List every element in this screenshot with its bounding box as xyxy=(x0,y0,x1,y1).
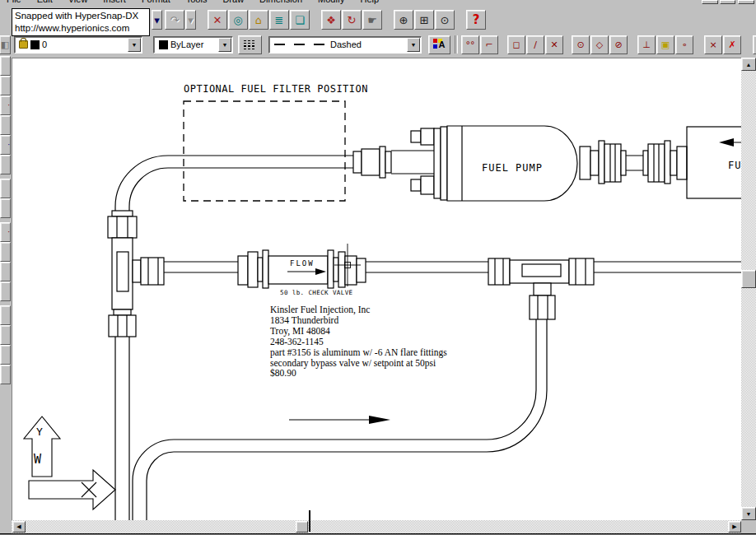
distance-icon: ≣ xyxy=(275,15,284,26)
aerial-view-icon: ❏ xyxy=(295,15,305,26)
menu-bar: FileEditViewInsertFormatToolsDrawDimensi… xyxy=(0,0,756,7)
osnap-settings-button[interactable]: ∩ xyxy=(753,35,756,54)
menu-item-help[interactable]: Help xyxy=(360,0,379,4)
draw-toolbar-cropped: ··· xyxy=(0,56,12,384)
toolbar-separator xyxy=(455,35,458,54)
zoom-realtime-button[interactable]: ⊕ xyxy=(394,10,413,30)
left-tool-14-button[interactable] xyxy=(0,325,11,345)
rotate-view-icon: ↻ xyxy=(348,15,357,26)
arrow-right-icon: ▶ xyxy=(732,523,736,530)
close-button[interactable] xyxy=(738,0,754,4)
left-tool-10-button[interactable] xyxy=(0,242,11,262)
maximize-button[interactable] xyxy=(720,0,735,4)
make-layer-current-button[interactable]: ◧ xyxy=(0,35,11,54)
pan-button[interactable]: ❖ xyxy=(321,10,341,30)
menu-item-format[interactable]: Format xyxy=(142,0,170,4)
scroll-down-button[interactable]: ▼ xyxy=(741,507,756,520)
zoom-previous-button[interactable]: ⊙ xyxy=(435,10,455,30)
left-tool-9-button[interactable]: · xyxy=(0,222,11,242)
distance-button[interactable]: ≣ xyxy=(269,10,289,30)
menu-item-edit[interactable]: Edit xyxy=(37,0,53,4)
menu-item-modify[interactable]: Modify xyxy=(318,0,344,4)
aerial-view-button[interactable]: ❏ xyxy=(290,10,310,30)
menu-item-dimension[interactable]: Dimension xyxy=(259,0,302,4)
snap-none-button[interactable]: ✗ xyxy=(723,35,741,54)
vertical-scroll-thumb[interactable] xyxy=(741,270,756,288)
undo-dropdown-button[interactable]: ▾ xyxy=(152,10,162,30)
chevron-down-icon: ▼ xyxy=(132,42,138,48)
snap-none-icon: ✗ xyxy=(728,40,735,49)
left-tool-8-button[interactable] xyxy=(0,198,11,218)
left-tool-5-button[interactable]: · xyxy=(0,135,11,155)
color-combo[interactable]: ByLayer ▼ xyxy=(153,36,233,54)
check-valve xyxy=(238,250,366,288)
linetype-button[interactable] xyxy=(238,35,262,54)
redo-dropdown-button[interactable]: ▾ xyxy=(185,10,196,30)
linetype-combo-dropdown[interactable]: ▼ xyxy=(407,38,420,52)
ucs-flyout-button[interactable]: ⌂ xyxy=(249,10,268,30)
left-tool-3-button[interactable]: · xyxy=(0,95,11,115)
properties-button[interactable]: A xyxy=(428,35,450,54)
flow-direction-arrow xyxy=(289,416,390,424)
select-window-button[interactable]: ☛ xyxy=(362,10,382,30)
snap-endpoint-button[interactable]: ◻ xyxy=(507,35,525,54)
left-tool-7-button[interactable] xyxy=(0,179,11,198)
vertical-scrollbar[interactable]: ▲ ▼ xyxy=(741,58,756,520)
help-button[interactable]: ? xyxy=(466,10,486,30)
left-tool-12-button[interactable] xyxy=(0,281,11,301)
menu-item-file[interactable]: File xyxy=(7,0,21,4)
arrow-left-icon: ◀ xyxy=(16,523,21,530)
snap-tangent-icon: ⊘ xyxy=(614,40,622,49)
minimize-button[interactable] xyxy=(702,0,718,4)
left-tool-15-button[interactable] xyxy=(0,345,11,365)
left-tool-11-button[interactable] xyxy=(0,262,11,281)
scroll-right-button[interactable]: ▶ xyxy=(728,521,741,533)
snap-node-icon: ∘ xyxy=(682,40,688,49)
lock-icon xyxy=(19,40,28,49)
left-tool-4-button[interactable] xyxy=(0,115,11,135)
menu-item-draw[interactable]: Draw xyxy=(222,0,244,4)
scroll-up-button[interactable]: ▲ xyxy=(741,58,756,71)
left-tool-6-button[interactable] xyxy=(0,155,11,174)
layer-combo-dropdown[interactable]: ▼ xyxy=(128,38,141,52)
redo-button[interactable]: ↷ xyxy=(165,10,184,30)
tooltip-line2: http://www.hyperionics.com xyxy=(15,22,147,35)
layer-combo[interactable]: 0 ▼ xyxy=(14,36,142,54)
left-tool-9-icon: · xyxy=(7,229,10,236)
snap-intersection-button[interactable]: ✕ xyxy=(545,35,563,54)
snap-quadrant-button[interactable]: ◇ xyxy=(590,35,609,54)
left-tool-2-button[interactable] xyxy=(0,76,11,95)
snap-from-button[interactable]: ⌐ xyxy=(480,35,498,54)
zoom-window-button[interactable]: ⊞ xyxy=(414,10,434,30)
menu-item-view[interactable]: View xyxy=(68,0,88,4)
rotate-view-button[interactable]: ↻ xyxy=(342,10,362,30)
horizontal-scroll-thumb[interactable] xyxy=(296,521,308,533)
snap-midpoint-button[interactable]: ∕ xyxy=(526,35,544,54)
snap-node-button[interactable]: ∘ xyxy=(675,35,693,54)
tracking-button[interactable]: °° xyxy=(461,35,479,54)
scroll-left-button[interactable]: ◀ xyxy=(12,521,26,533)
horizontal-scrollbar[interactable]: ◀ ▶ xyxy=(12,520,741,533)
ucs-x-glyph xyxy=(82,482,96,497)
linetype-combo[interactable]: Dashed ▼ xyxy=(268,36,422,54)
snap-tangent-button[interactable]: ⊘ xyxy=(609,35,628,54)
left-tool-13-button[interactable] xyxy=(0,305,11,325)
drawing-canvas[interactable]: OPTIONAL FUEL FILTER POSITION FUEL PUMP … xyxy=(12,58,741,520)
menu-item-insert[interactable]: Insert xyxy=(103,0,126,4)
snap-center-button[interactable]: ⊙ xyxy=(572,35,590,54)
undo-dropdown-icon: ▾ xyxy=(154,15,160,26)
snap-insert-button[interactable]: ▣ xyxy=(656,35,674,54)
left-tool-1-button[interactable] xyxy=(0,56,11,76)
snap-perpendicular-button[interactable]: ⊥ xyxy=(637,35,656,54)
osnap-flyout-button[interactable]: ✕ xyxy=(208,10,227,30)
snap-endpoint-icon: ◻ xyxy=(512,40,520,49)
zoom-realtime-icon: ⊕ xyxy=(399,15,408,26)
pan-icon: ❖ xyxy=(326,15,336,26)
copy-object-button[interactable]: ◎ xyxy=(228,10,248,30)
snap-intersection-icon: ✕ xyxy=(550,40,558,49)
left-tool-16-button[interactable] xyxy=(0,365,11,384)
cursor-artifact-line xyxy=(309,510,310,532)
color-combo-dropdown[interactable]: ▼ xyxy=(218,38,231,52)
menu-item-tools[interactable]: Tools xyxy=(186,0,208,4)
snap-nearest-button[interactable]: × xyxy=(704,35,722,54)
